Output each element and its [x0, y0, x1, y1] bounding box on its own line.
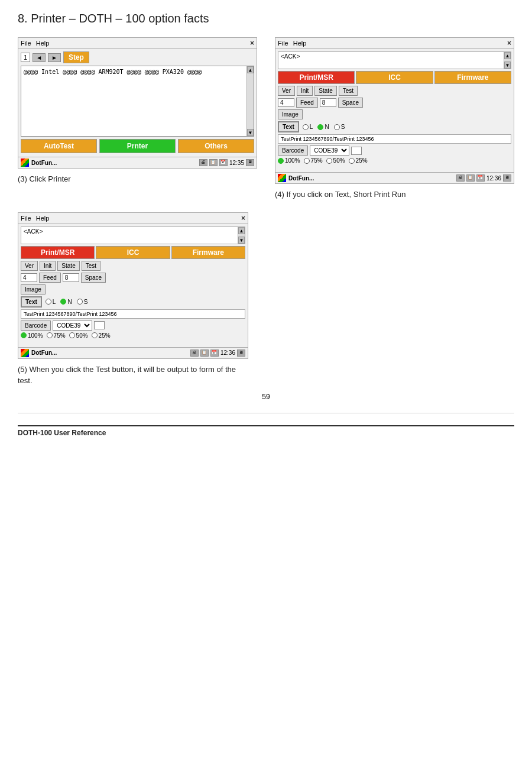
win3-menu[interactable]: File Help [21, 215, 49, 222]
win3-state-btn[interactable]: State [57, 261, 79, 271]
win3-tab-firmware[interactable]: Firmware [171, 246, 245, 259]
caption5: (5) When you click the Test button, it w… [18, 364, 248, 387]
win2-scroll-down[interactable]: ▼ [504, 62, 511, 69]
win3-barcode-row: Barcode CODE39 [21, 321, 245, 331]
prev-arrow-btn[interactable]: ◄ [33, 53, 46, 62]
win3-pct75-radio[interactable] [47, 332, 53, 338]
win2-help-menu[interactable]: Help [293, 40, 307, 47]
space-btn[interactable]: Space [338, 98, 363, 108]
win3-help-menu[interactable]: Help [36, 215, 50, 222]
pct75-radio[interactable] [304, 158, 310, 164]
win3-val8-input[interactable] [63, 273, 79, 282]
empty-col [266, 212, 514, 387]
win3-scroll-down[interactable]: ▼ [238, 237, 245, 244]
caption4: (4) If you click on Text, Short Print Ru… [275, 189, 514, 200]
pct100-item: 100% [278, 157, 300, 164]
win1-scrollbar[interactable]: ▲ ▼ [246, 66, 254, 136]
win2-menu[interactable]: File Help [278, 40, 306, 47]
win3-close-btn[interactable]: × [241, 214, 245, 222]
win3-code39-select[interactable]: CODE39 [53, 321, 92, 331]
win3-scroll-up[interactable]: ▲ [238, 227, 245, 234]
win3-init-btn[interactable]: Init [40, 261, 56, 271]
win2-taskbar-icon1: 🖨 [456, 174, 465, 182]
win3-taskbar: DotFun... 🖨 📋 📅 12:36 🖥 [18, 347, 248, 358]
win2-scrollbar[interactable]: ▲ ▼ [504, 52, 511, 69]
win3-radio-l-label: L [53, 299, 56, 305]
val8-input[interactable] [320, 98, 336, 107]
win3-test-btn[interactable]: Test [82, 261, 100, 271]
page-title: 8. Printer – DOTH – 100 option facts [18, 12, 514, 25]
radio-s-circle[interactable] [334, 124, 340, 130]
radio-n-circle[interactable] [317, 124, 323, 130]
radio-s-label: S [341, 124, 345, 130]
win3-barcode-btn[interactable]: Barcode [21, 321, 51, 331]
win3-taskbar-app[interactable]: DotFun... [31, 349, 57, 356]
radio-l-circle[interactable] [303, 124, 309, 130]
scroll-up[interactable]: ▲ [247, 66, 254, 73]
win3-pct75-label: 75% [54, 332, 66, 339]
win3-val4-input[interactable] [21, 273, 37, 282]
test-btn[interactable]: Test [339, 86, 358, 96]
win3-tab-printmsr[interactable]: Print/MSR [21, 246, 95, 259]
taskbar-icon2: 📋 [209, 159, 218, 166]
pct25-radio[interactable] [349, 158, 355, 164]
win3-radio-n-circle[interactable] [60, 299, 66, 305]
win3-image-btn[interactable]: Image [21, 284, 46, 294]
win3-testprint-row: TestPrint 1234567890/TestPrint 123456 [21, 309, 245, 319]
win1-file-menu[interactable]: File [21, 40, 31, 47]
win3-feed-btn[interactable]: Feed [39, 273, 61, 283]
win3-ver-btn[interactable]: Ver [21, 261, 38, 271]
scroll-down[interactable]: ▼ [247, 129, 254, 136]
tab-firmware[interactable]: Firmware [434, 71, 511, 84]
win3-text-btn[interactable]: Text [21, 296, 42, 308]
win1-help-menu[interactable]: Help [36, 40, 50, 47]
win3-radio-n-item: N [60, 299, 72, 305]
win3-pct25-radio[interactable] [92, 332, 98, 338]
taskbar-icon1: 🖨 [199, 159, 207, 166]
win3-pct100-radio[interactable] [21, 332, 27, 338]
others-btn[interactable]: Others [178, 139, 254, 153]
feed-btn[interactable]: Feed [296, 98, 318, 108]
win3-space-btn[interactable]: Space [81, 273, 106, 283]
win3-radio-s-circle[interactable] [77, 299, 83, 305]
win1-taskbar: DotFun... 🖨 📋 📅 12:35 🖥 [18, 157, 257, 168]
printer-btn[interactable]: Prnter [99, 139, 176, 153]
win2-close-btn[interactable]: × [507, 39, 511, 47]
barcode-btn[interactable]: Barcode [278, 145, 308, 156]
win2-taskbar-app[interactable]: DotFun... [288, 175, 314, 182]
win2-time: 12:36 [486, 175, 501, 182]
win1-menu[interactable]: File Help [21, 40, 49, 47]
win2-file-menu[interactable]: File [278, 40, 288, 47]
pct75-label: 75% [311, 157, 323, 164]
text-btn[interactable]: Text [278, 121, 299, 132]
tab-icc[interactable]: ICC [356, 71, 433, 84]
win2-image-row: Image [278, 109, 511, 119]
win1-close-btn[interactable]: × [250, 39, 254, 47]
win3-radio-l-circle[interactable] [46, 299, 51, 305]
win3-scrollbar[interactable]: ▲ ▼ [238, 227, 245, 244]
win3-radio-group: L N S [46, 299, 87, 305]
next-arrow-btn[interactable]: ► [48, 53, 61, 62]
code39-select[interactable]: CODE39 [310, 145, 349, 156]
footer-text: DOTH-100 User Reference [18, 425, 514, 437]
radio-l-item: L [303, 124, 313, 130]
image-btn[interactable]: Image [278, 109, 303, 119]
pct50-radio[interactable] [326, 158, 332, 164]
tab-printmsr[interactable]: Print/MSR [278, 71, 355, 84]
step-btn[interactable]: Step [63, 51, 89, 63]
win3-percent-row: 100% 75% 50% 25% [21, 332, 245, 339]
win3-testprint-text: TestPrint 1234567890/TestPrint 123456 [24, 311, 117, 317]
win2-scroll-up[interactable]: ▲ [504, 52, 511, 59]
init-btn[interactable]: Init [297, 86, 313, 96]
ver-btn[interactable]: Ver [278, 86, 295, 96]
pct100-radio[interactable] [278, 158, 284, 164]
win3-radio-n-label: N [67, 299, 72, 305]
win3-file-menu[interactable]: File [21, 215, 31, 222]
autotest-btn[interactable]: AutoTest [21, 139, 97, 153]
win3-pct50-radio[interactable] [69, 332, 75, 338]
val4-input[interactable] [278, 98, 294, 107]
win3-tab-icc[interactable]: ICC [96, 246, 170, 259]
win1-taskbar-app[interactable]: DotFun... [31, 160, 57, 166]
win3-pct100-label: 100% [28, 332, 43, 339]
state-btn[interactable]: State [314, 86, 336, 96]
